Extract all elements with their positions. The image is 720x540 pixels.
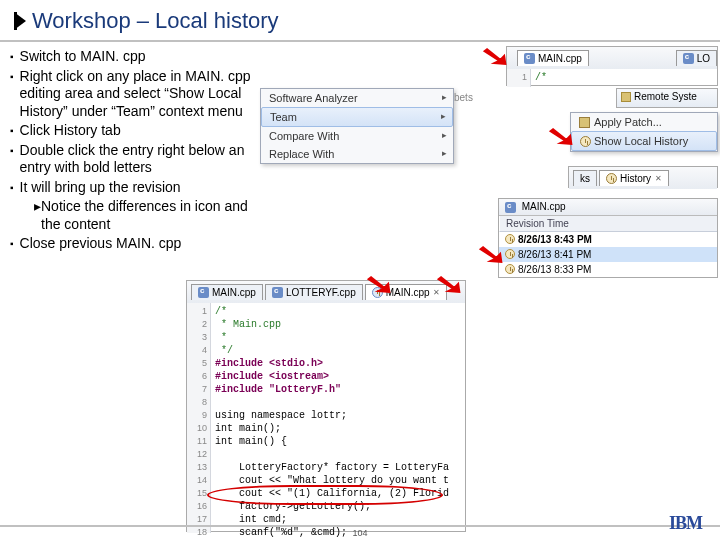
- code-snippet: /*: [531, 69, 547, 87]
- menu-item-analyzer[interactable]: Software Analyzer: [261, 89, 453, 107]
- page-number: 104: [352, 528, 367, 538]
- history-column-header[interactable]: Revision Time: [499, 216, 717, 232]
- menu-item-team[interactable]: Team: [261, 107, 453, 127]
- red-highlight-oval: [207, 485, 443, 505]
- bullet-icon: ▪: [10, 125, 14, 140]
- history-header: MAIN.cpp: [499, 199, 717, 216]
- history-tabs-panel: ks History ✕: [568, 166, 718, 188]
- tab-label: History: [620, 173, 651, 184]
- history-row-selected[interactable]: 8/26/13 8:41 PM: [499, 247, 717, 262]
- tab-other[interactable]: LO: [676, 50, 717, 66]
- label: Remote Syste: [634, 91, 697, 102]
- team-submenu: Apply Patch... Show Local History: [570, 112, 718, 152]
- slide-title: Workshop – Local history: [0, 0, 720, 42]
- bullet-icon: ▪: [10, 145, 14, 177]
- cpp-file-icon: [683, 53, 694, 64]
- tab-label: LO: [697, 53, 710, 64]
- item-text: Click History tab: [20, 122, 121, 140]
- red-arrow-icon: ➘: [363, 268, 395, 301]
- red-arrow-icon: ➘: [475, 238, 507, 271]
- cpp-file-icon: [505, 202, 516, 213]
- editor-tab-strip: MAIN.cpp LOTTERYF.cpp MAIN.cpp ✕: [187, 281, 465, 303]
- editor-tab-lottery[interactable]: LOTTERYF.cpp: [265, 284, 363, 300]
- bullet-icon: ▪: [10, 51, 14, 66]
- red-arrow-icon: ➘: [545, 120, 577, 153]
- cpp-file-icon: [198, 287, 209, 298]
- partial-text: bets: [454, 92, 473, 103]
- cpp-file-icon: [524, 53, 535, 64]
- top-editor-panel: MAIN.cpp LO 1 /*: [506, 46, 718, 86]
- folder-icon: [621, 92, 631, 102]
- history-row[interactable]: 8/26/13 8:33 PM: [499, 262, 717, 277]
- slide-footer: 104: [0, 525, 720, 538]
- tab-main[interactable]: MAIN.cpp: [517, 50, 589, 66]
- menu-item-replace[interactable]: Replace With: [261, 145, 453, 163]
- patch-icon: [579, 117, 590, 128]
- bullet-icon: ▪: [10, 238, 14, 253]
- tab-ks[interactable]: ks: [573, 170, 597, 186]
- ibm-logo: IBM: [669, 513, 702, 534]
- cpp-file-icon: [272, 287, 283, 298]
- editor-panel: MAIN.cpp LOTTERYF.cpp MAIN.cpp ✕ 1234567…: [186, 280, 466, 532]
- history-icon: [580, 136, 591, 147]
- menu-item-apply-patch[interactable]: Apply Patch...: [571, 113, 717, 131]
- title-arrow-icon: [14, 12, 26, 30]
- history-panel: MAIN.cpp Revision Time 8/26/13 8:43 PM 8…: [498, 198, 718, 278]
- tab-label: MAIN.cpp: [538, 53, 582, 64]
- close-icon[interactable]: ✕: [655, 174, 662, 183]
- editor-tab-main1[interactable]: MAIN.cpp: [191, 284, 263, 300]
- item-text: Close previous MAIN. cpp: [20, 235, 182, 253]
- context-menu: Software Analyzer Team Compare With Repl…: [260, 88, 454, 164]
- bullet-icon: ▪: [10, 71, 14, 121]
- red-arrow-icon: ➘: [433, 268, 465, 301]
- tab-history[interactable]: History ✕: [599, 170, 669, 186]
- red-arrow-icon: ➘: [479, 40, 511, 73]
- tab-strip: MAIN.cpp LO: [507, 47, 717, 69]
- menu-item-show-history[interactable]: Show Local History: [571, 131, 717, 151]
- item-text: It will bring up the revision: [20, 179, 181, 197]
- bullet-icon: ▪: [10, 182, 14, 197]
- item-text: Switch to MAIN. cpp: [20, 48, 146, 66]
- menu-item-compare[interactable]: Compare With: [261, 127, 453, 145]
- title-text: Workshop – Local history: [32, 8, 279, 34]
- remote-panel-partial: Remote Syste: [616, 88, 718, 108]
- line-gutter: 123456789101112131415161718: [187, 303, 211, 533]
- history-icon: [606, 173, 617, 184]
- history-row[interactable]: 8/26/13 8:43 PM: [499, 232, 717, 247]
